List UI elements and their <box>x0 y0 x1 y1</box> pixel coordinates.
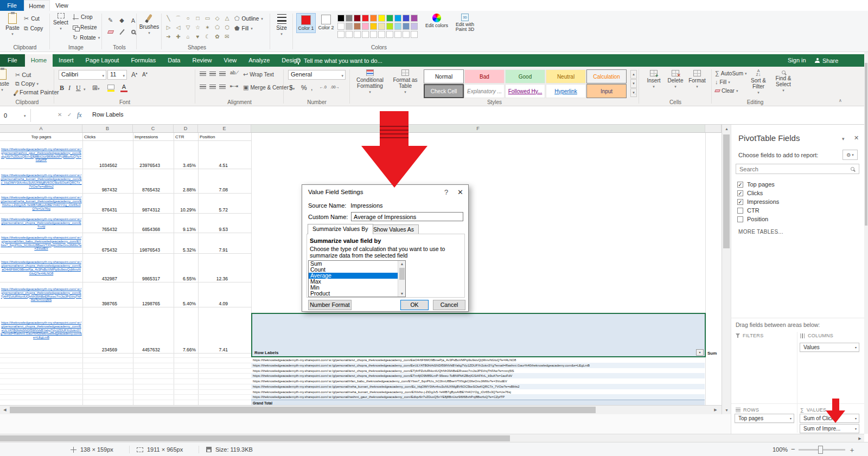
percent-style-button[interactable]: % <box>301 84 307 92</box>
conditional-formatting-button[interactable]: Conditional Formatting ▾ <box>352 69 388 94</box>
fill-button[interactable]: ↓Fill▾ <box>715 79 730 85</box>
collapse-ribbon-icon[interactable]: ∧ <box>839 98 842 103</box>
borders-button[interactable]: ⊞▾ <box>92 84 100 92</box>
comma-style-button[interactable]: , <box>311 84 312 92</box>
underline-button[interactable]: U <box>76 84 81 92</box>
insert-cells-button[interactable]: ＋ Insert ▾ <box>643 70 664 88</box>
select-button[interactable]: Select ▾ <box>51 13 71 30</box>
palette-swatch[interactable] <box>370 31 377 38</box>
cell-style-good[interactable]: Good <box>505 69 545 84</box>
excel-tab-formulas[interactable]: Formulas <box>125 54 162 67</box>
align-top-icon[interactable] <box>200 72 206 76</box>
tab-show-values-as[interactable]: Show Values As <box>368 224 419 234</box>
url-link[interactable]: https://theknowledgeacademyth-my.sharepo… <box>1 260 82 275</box>
filters-area[interactable] <box>735 343 795 402</box>
paste-button[interactable]: Paste ▾ <box>3 13 22 36</box>
eraser-tool-icon[interactable] <box>105 27 116 37</box>
url-link[interactable]: https://theknowledgeacademyth-my.sharepo… <box>1 321 82 339</box>
xl-format-painter-button[interactable]: Format Painter <box>15 89 59 95</box>
scroll-thumb[interactable] <box>723 134 730 248</box>
calc-type-list[interactable]: SumCountAverageMaxMinProduct <box>308 260 406 297</box>
edit-paint3d-button[interactable]: 3D Edit with Paint 3D <box>451 14 478 32</box>
scroll-thumb[interactable] <box>10 407 596 413</box>
palette-swatch[interactable] <box>362 15 369 22</box>
wrap-text-button[interactable]: ↩Wrap Text <box>243 72 274 78</box>
autosum-button[interactable]: ∑AutoSum▾ <box>715 70 747 76</box>
paint-tab-file[interactable]: File <box>0 0 24 11</box>
palette-swatch[interactable] <box>378 31 385 38</box>
excel-tab-file[interactable]: File <box>0 54 25 67</box>
font-color-button[interactable]: A <box>120 84 127 92</box>
palette-swatch[interactable] <box>337 31 344 38</box>
scroll-right-icon[interactable]: ▶ <box>712 406 719 415</box>
paint-tab-home[interactable]: Home <box>24 0 50 11</box>
shape-item[interactable]: ▽ <box>183 23 193 32</box>
palette-swatch[interactable] <box>346 15 353 22</box>
grow-font-button[interactable]: A▴ <box>131 71 137 79</box>
palette-swatch[interactable] <box>337 23 344 30</box>
palette-swatch[interactable] <box>378 23 385 30</box>
palette-swatch[interactable] <box>411 15 418 22</box>
fx-icon[interactable]: fx <box>77 111 82 119</box>
url-link[interactable]: https://theknowledgeacademyth-my.sharepo… <box>1 236 82 251</box>
xl-paste-button[interactable]: Paste ▾ <box>0 69 13 92</box>
clear-button[interactable]: Clear▾ <box>715 88 738 94</box>
zoom-out-button[interactable]: − <box>791 445 795 453</box>
dialog-help-button[interactable]: ? <box>444 188 448 196</box>
columns-area[interactable]: Values▾ <box>800 343 860 402</box>
palette-swatch[interactable] <box>337 15 344 22</box>
fill-color-button[interactable] <box>107 85 114 92</box>
sheet-url-cell[interactable]: https://theknowledgeacademyth-my.sharepo… <box>1 194 82 213</box>
custom-name-input[interactable] <box>351 212 463 221</box>
palette-swatch[interactable] <box>411 23 418 30</box>
palette-swatch[interactable] <box>354 23 361 30</box>
excel-tab-analyze[interactable]: Analyze <box>242 54 276 67</box>
chevron-down-icon[interactable]: ▾ <box>24 114 26 118</box>
indent-buttons[interactable]: ⇤⇥ <box>230 84 238 89</box>
url-link[interactable]: https://theknowledgeacademyth-my.sharepo… <box>1 217 82 228</box>
cell-style-neutral[interactable]: Neutral <box>546 69 586 84</box>
dialog-close-button[interactable]: ✕ <box>457 188 463 196</box>
shape-fill-button[interactable]: ⬟Fill▾ <box>234 25 253 31</box>
copy-button[interactable]: ⧉Copy <box>24 25 43 31</box>
cell-style-normal[interactable]: Normal <box>424 69 464 84</box>
enter-entry-icon[interactable]: ✓ <box>67 112 72 118</box>
italic-button[interactable]: I <box>68 84 71 92</box>
paint-horizontal-scrollbar[interactable]: ▶ <box>0 434 864 442</box>
field-options-button[interactable]: ⚙▾ <box>843 150 858 160</box>
accounting-format-button[interactable]: $▾ <box>289 84 295 92</box>
rows-area[interactable]: Top pages▾ <box>735 414 795 434</box>
cancel-button[interactable]: Cancel <box>433 300 465 310</box>
cell-style-followed-hy[interactable]: Followed Hy... <box>505 84 545 98</box>
align-left-icon[interactable] <box>200 85 206 89</box>
cell-style-input[interactable]: Input <box>586 84 627 98</box>
sort-filter-button[interactable]: AZ↓ Sort & Filter ▾ <box>746 69 770 94</box>
column-header-F[interactable]: F <box>251 125 705 132</box>
shape-item[interactable]: ▭ <box>203 14 212 23</box>
cell-style-bad[interactable]: Bad <box>464 69 505 84</box>
calc-option-average[interactable]: Average <box>309 273 405 279</box>
shape-item[interactable]: △ <box>222 14 232 23</box>
scroll-down-icon[interactable]: ▼ <box>398 291 406 297</box>
shape-item[interactable]: ✉ <box>222 33 232 41</box>
calc-option-max[interactable]: Max <box>309 279 405 285</box>
shape-item[interactable]: ✚ <box>174 33 183 41</box>
shape-item[interactable]: ⌒ <box>174 14 183 23</box>
pivot-filter-dropdown[interactable]: ▾ <box>696 349 704 356</box>
palette-swatch[interactable] <box>346 31 353 38</box>
chevron-down-icon[interactable]: ▾ <box>842 137 845 142</box>
pivot-selected-cell[interactable]: Row Labels ▾ <box>251 313 706 357</box>
field-item-position[interactable]: Position <box>737 215 857 223</box>
find-select-button[interactable]: Find & Select ▾ <box>771 69 795 92</box>
scroll-thumb[interactable] <box>0 435 510 441</box>
cancel-entry-icon[interactable]: ✕ <box>58 112 62 118</box>
shape-item[interactable]: ╲ <box>164 14 173 23</box>
shape-item[interactable]: ○ <box>183 14 193 23</box>
orientation-button[interactable]: ab⟋ <box>230 70 239 76</box>
palette-swatch[interactable] <box>394 23 401 30</box>
checkbox-checked[interactable]: ✓ <box>737 199 743 205</box>
shape-item[interactable]: ✿ <box>213 33 222 41</box>
name-box[interactable]: 0 <box>0 109 31 122</box>
excel-tab-home[interactable]: Home <box>25 54 53 67</box>
sheet-url-cell[interactable]: https://theknowledgeacademyth-my.sharepo… <box>1 234 82 253</box>
